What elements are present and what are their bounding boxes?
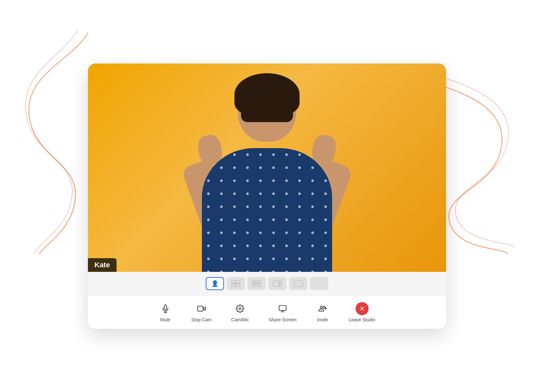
svg-rect-19 bbox=[279, 305, 286, 310]
layout-btn-grid2[interactable] bbox=[227, 277, 245, 290]
svg-rect-1 bbox=[236, 281, 240, 283]
layout-btn-blank[interactable] bbox=[310, 277, 328, 290]
mute-label: Mute bbox=[160, 317, 170, 322]
invite-label: Invite bbox=[317, 317, 328, 322]
svg-rect-13 bbox=[294, 281, 302, 287]
svg-rect-0 bbox=[232, 281, 235, 283]
svg-rect-7 bbox=[252, 284, 255, 287]
video-area: Kate bbox=[88, 63, 446, 272]
mute-icon bbox=[159, 302, 172, 315]
share-screen-button[interactable]: Share Screen bbox=[269, 302, 297, 322]
toolbar: Mute Stop Cam Cam/Mic bbox=[88, 296, 446, 329]
svg-rect-9 bbox=[259, 284, 261, 287]
svg-rect-11 bbox=[280, 281, 282, 283]
cam-mic-button[interactable]: Cam/Mic bbox=[231, 302, 249, 322]
svg-rect-10 bbox=[273, 281, 279, 287]
cam-mic-label: Cam/Mic bbox=[231, 317, 249, 322]
svg-rect-6 bbox=[259, 281, 261, 283]
svg-point-18 bbox=[239, 307, 241, 310]
invite-icon bbox=[316, 302, 329, 315]
settings-icon bbox=[233, 302, 246, 315]
participant-video bbox=[182, 70, 352, 272]
stop-cam-label: Stop Cam bbox=[191, 317, 212, 322]
mute-button[interactable]: Mute bbox=[159, 302, 172, 322]
layout-btn-sidebar[interactable] bbox=[268, 277, 287, 290]
leave-icon bbox=[356, 302, 369, 315]
invite-button[interactable]: Invite bbox=[316, 302, 329, 322]
camera-icon bbox=[195, 302, 208, 315]
svg-marker-16 bbox=[203, 307, 205, 310]
layout-btn-grid3[interactable] bbox=[247, 277, 266, 290]
share-screen-label: Share Screen bbox=[269, 317, 297, 322]
app-container: Kate 👤 bbox=[88, 63, 446, 329]
svg-rect-17 bbox=[198, 306, 203, 311]
svg-rect-12 bbox=[280, 284, 282, 287]
leave-studio-button[interactable]: Leave Studio bbox=[349, 302, 375, 322]
share-screen-icon bbox=[276, 302, 289, 315]
layout-picker: 👤 bbox=[88, 272, 446, 296]
svg-rect-3 bbox=[236, 284, 240, 287]
svg-rect-4 bbox=[252, 281, 255, 283]
svg-rect-2 bbox=[232, 284, 235, 287]
participant-name-badge: Kate bbox=[88, 258, 117, 272]
participant-name: Kate bbox=[94, 261, 110, 269]
leave-label: Leave Studio bbox=[349, 317, 375, 322]
svg-rect-5 bbox=[256, 281, 258, 283]
layout-btn-single[interactable]: 👤 bbox=[206, 277, 224, 290]
stop-cam-button[interactable]: Stop Cam bbox=[191, 302, 212, 322]
layout-btn-presentation[interactable] bbox=[289, 277, 307, 290]
svg-rect-8 bbox=[256, 284, 258, 287]
video-feed bbox=[88, 63, 446, 272]
